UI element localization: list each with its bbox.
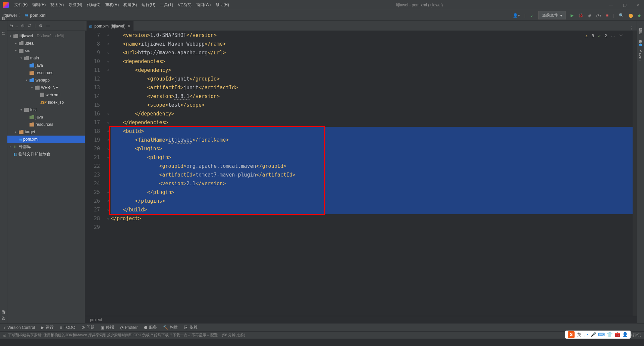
- editor-tab-pom[interactable]: m pom.xml (itjiawei) ✕: [87, 21, 133, 31]
- profile-button[interactable]: ◔▾: [596, 13, 601, 18]
- services-icon: ⬣: [144, 325, 147, 330]
- ime-punct-icon[interactable]: , •: [584, 332, 588, 337]
- ime-toolbox-icon[interactable]: 🧰: [614, 332, 620, 337]
- sync-icon[interactable]: ⬤: [629, 13, 633, 18]
- close-button[interactable]: ✕: [635, 3, 641, 7]
- editor-body[interactable]: 7891011121314151617181920212223242526272…: [85, 31, 637, 316]
- tool-build[interactable]: 🔨构建: [163, 325, 178, 330]
- debug-button[interactable]: 🐞: [578, 13, 583, 18]
- tool-terminal[interactable]: ▣终端: [101, 325, 114, 330]
- project-tree[interactable]: ▾itjiawei D:\Java\code\itj ▸.idea ▾src ▾…: [7, 31, 85, 323]
- users-icon[interactable]: 👤▾: [513, 13, 520, 18]
- menu-refactor[interactable]: 重构(R): [103, 1, 121, 9]
- menu-code[interactable]: 代码(C): [85, 1, 103, 9]
- editor-breadcrumb[interactable]: project: [85, 316, 637, 323]
- ime-lang: 英: [577, 332, 581, 338]
- menu-window[interactable]: 窗口(W): [194, 1, 213, 9]
- run-button[interactable]: ▶: [571, 13, 574, 18]
- menu-file[interactable]: 文件(F): [12, 1, 30, 9]
- menu-edit[interactable]: 编辑(E): [30, 1, 48, 9]
- target-icon[interactable]: ⊕: [21, 23, 24, 28]
- git-update-icon[interactable]: ↙: [530, 13, 534, 18]
- ime-keyboard-icon[interactable]: ⌨: [598, 332, 605, 337]
- tool-vcs[interactable]: ⑂Version Control: [3, 325, 35, 330]
- code-area[interactable]: <version>1.0-SNAPSHOT</version> <name>it…: [111, 31, 633, 316]
- coverage-button[interactable]: ◉: [588, 13, 591, 18]
- tree-test-java[interactable]: java: [7, 113, 85, 121]
- hide-icon[interactable]: —: [46, 23, 50, 28]
- tree-test-resources[interactable]: resources: [7, 121, 85, 128]
- run-config-label: 当前文件: [542, 12, 558, 18]
- maven-icon[interactable]: m: [639, 42, 642, 47]
- breadcrumb[interactable]: itjiawei 〉 m pom.xml: [3, 12, 47, 18]
- tab-menu-icon[interactable]: ⋮: [626, 26, 637, 31]
- tree-indexjsp[interactable]: JSPindex.jsp: [7, 99, 85, 106]
- tool-database-tab[interactable]: 数据库: [638, 35, 643, 39]
- tree-src[interactable]: ▾src: [7, 47, 85, 54]
- run-config-selector[interactable]: 当前文件 ▾: [538, 11, 566, 19]
- app-icon: [3, 2, 9, 8]
- list-icon: ≡: [60, 325, 62, 330]
- stop-button[interactable]: ■: [606, 13, 608, 18]
- expand-icon[interactable]: ⇵: [28, 23, 31, 28]
- tree-main[interactable]: ▾main: [7, 54, 85, 62]
- tool-profiler[interactable]: ◔Profiler: [120, 325, 138, 330]
- oks-count: 2: [605, 34, 607, 38]
- chevron-down-icon: ▾: [560, 13, 562, 18]
- main-area: 项目 🗀 结构 书签 🗀 ... ⊕ ⇵ | ⚙ — ▾itjiawei D:\…: [0, 21, 644, 323]
- breadcrumb-file[interactable]: pom.xml: [30, 13, 46, 18]
- minimize-button[interactable]: —: [607, 3, 614, 7]
- tool-run[interactable]: ▶运行: [41, 325, 54, 330]
- fold-gutter[interactable]: ⊖⊖⊖⊖⊖⊖⊖ ⊖⊖⊖⊖⊖⊖⊖⊖: [106, 31, 111, 316]
- ime-indicator[interactable]: S 英 , • 🎤 ⌨ 👕 🧰 👤: [565, 331, 631, 339]
- project-view-icon[interactable]: 🗀 ...: [9, 23, 18, 28]
- editor-inspections[interactable]: ⚠3 ✔2 ︿ ﹀: [585, 33, 623, 39]
- menu-navigate[interactable]: 导航(N): [66, 1, 85, 9]
- chevron-down-icon[interactable]: ﹀: [619, 33, 623, 39]
- tree-pom[interactable]: mpom.xml: [7, 136, 85, 143]
- menu-run[interactable]: 运行(U): [139, 1, 158, 9]
- database-icon[interactable]: 🗄: [639, 30, 643, 35]
- tree-idea[interactable]: ▸.idea: [7, 40, 85, 47]
- tree-resources[interactable]: resources: [7, 69, 85, 77]
- tool-problems[interactable]: ⊘问题: [82, 325, 95, 330]
- tree-external-libs[interactable]: ▸⫼外部库: [7, 143, 85, 150]
- terminal-icon: ▣: [101, 325, 104, 330]
- search-icon[interactable]: 🔍: [619, 13, 624, 18]
- maximize-button[interactable]: ▢: [622, 3, 628, 7]
- menu-tools[interactable]: 工具(T): [158, 1, 175, 9]
- menu-vcs[interactable]: VCS(S): [175, 1, 194, 9]
- tree-webxml[interactable]: web.xml: [7, 91, 85, 99]
- tool-todo[interactable]: ≡TODO: [60, 325, 75, 330]
- tree-root[interactable]: ▾itjiawei D:\Java\code\itj: [7, 32, 85, 40]
- menu-build[interactable]: 构建(B): [121, 1, 139, 9]
- tree-webapp[interactable]: ▾webapp: [7, 77, 85, 84]
- status-info-text[interactable]: 下载预构建共享索引: 使用预构建的JDK和Maven 库共享索引减少索引时间和 …: [8, 333, 245, 338]
- menu-help[interactable]: 帮助(H): [213, 1, 231, 9]
- divider-icon: |: [35, 23, 36, 28]
- close-tab-icon[interactable]: ✕: [127, 24, 131, 29]
- ime-skin-icon[interactable]: 👕: [607, 332, 612, 337]
- menu-view[interactable]: 视图(V): [48, 1, 66, 9]
- ime-user-icon[interactable]: 👤: [622, 332, 628, 337]
- tool-deps[interactable]: ⛓依赖: [184, 325, 198, 330]
- gear-icon[interactable]: ⚙: [39, 23, 43, 28]
- tool-notifications-tab[interactable]: 通知: [638, 23, 643, 27]
- tree-test[interactable]: ▾test: [7, 106, 85, 113]
- maven-file-icon: m: [89, 24, 92, 29]
- tree-webinf[interactable]: ▾WEB-INF: [7, 84, 85, 91]
- editor-scrollbar[interactable]: [633, 31, 637, 316]
- left-tool-gutter: 项目 🗀 结构 书签: [0, 21, 7, 323]
- status-corner-icon[interactable]: ◱: [3, 333, 6, 337]
- warning-icon: ⚠: [585, 34, 588, 38]
- tree-target[interactable]: ▸target: [7, 128, 85, 136]
- chevron-up-icon[interactable]: ︿: [611, 33, 615, 39]
- tree-java[interactable]: java: [7, 62, 85, 69]
- tree-scratches[interactable]: ◧临时文件和控制台: [7, 150, 85, 158]
- ime-voice-icon[interactable]: 🎤: [590, 332, 596, 337]
- folder-icon[interactable]: 🗀: [2, 31, 6, 36]
- tool-services[interactable]: ⬣服务: [144, 325, 157, 330]
- code-with-me-icon[interactable]: ◆: [638, 13, 641, 18]
- breadcrumb-project[interactable]: itjiawei: [3, 13, 17, 18]
- tool-maven-tab[interactable]: Maven: [639, 47, 643, 62]
